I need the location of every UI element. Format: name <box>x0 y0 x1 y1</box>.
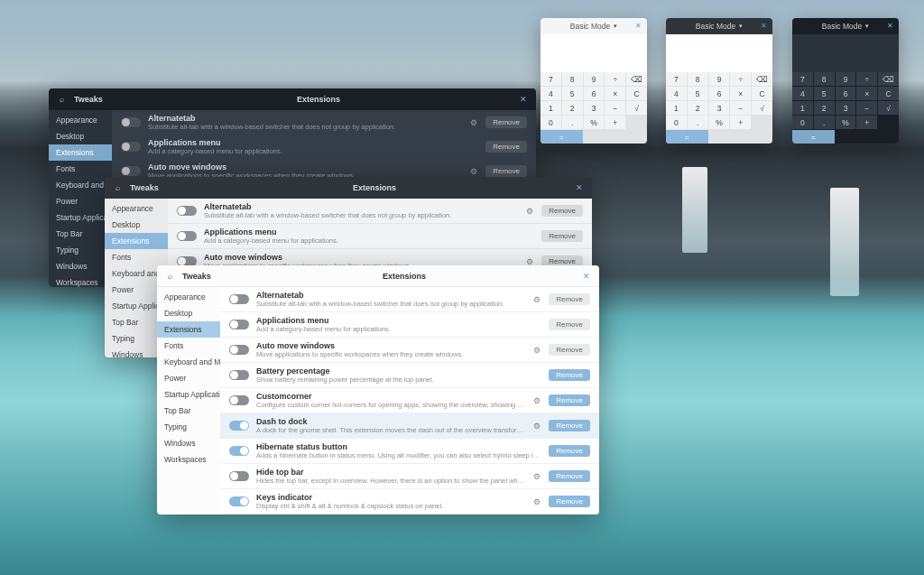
calc-display[interactable] <box>792 34 899 72</box>
calc-key-8[interactable]: 8 <box>688 72 708 86</box>
gear-icon[interactable]: ⚙ <box>469 167 478 176</box>
sidebar-item-appearance[interactable]: Appearance <box>157 289 220 305</box>
sidebar-item-typing[interactable]: Typing <box>49 242 112 258</box>
sidebar-item-fonts[interactable]: Fonts <box>157 338 220 354</box>
calc-key-×[interactable]: × <box>605 87 625 100</box>
remove-button[interactable]: Remove <box>541 230 583 242</box>
remove-button[interactable]: Remove <box>549 293 590 305</box>
remove-button[interactable]: Remove <box>549 420 590 431</box>
calc-key-6[interactable]: 6 <box>709 87 730 100</box>
calc-mode-label[interactable]: Basic Mode <box>570 22 610 31</box>
calc-key-4[interactable]: 4 <box>666 87 687 100</box>
calc-key-5[interactable]: 5 <box>688 87 708 100</box>
sidebar-item-windows[interactable]: Windows <box>157 435 220 451</box>
sidebar-item-extensions[interactable]: Extensions <box>49 144 112 161</box>
calc-key-2[interactable]: 2 <box>562 101 583 115</box>
calc-key-8[interactable]: 8 <box>814 72 835 86</box>
gear-icon[interactable]: ⚙ <box>532 497 541 506</box>
calc-key-C[interactable]: C <box>752 87 772 100</box>
gear-icon[interactable]: ⚙ <box>532 422 541 431</box>
sidebar-item-top-bar[interactable]: Top Bar <box>157 403 220 419</box>
sidebar-item-desktop[interactable]: Desktop <box>157 305 220 321</box>
calc-key-−[interactable]: − <box>730 101 751 115</box>
calc-key-7[interactable]: 7 <box>666 72 687 86</box>
calc-key-÷[interactable]: ÷ <box>730 72 751 86</box>
calc-key-4[interactable]: 4 <box>792 87 813 100</box>
close-icon[interactable]: ✕ <box>887 22 893 30</box>
calc-key-⌫[interactable]: ⌫ <box>878 72 899 86</box>
calc-key-.[interactable]: . <box>562 116 583 129</box>
sidebar-item-appearance[interactable]: Appearance <box>105 200 168 217</box>
calc-key-=[interactable]: = <box>666 130 708 144</box>
calc-key-1[interactable]: 1 <box>541 101 561 115</box>
calc-key-÷[interactable]: ÷ <box>605 72 625 86</box>
calc-key-−[interactable]: − <box>605 101 625 115</box>
gear-icon[interactable]: ⚙ <box>532 396 541 405</box>
calc-key-3[interactable]: 3 <box>584 101 605 115</box>
calc-key-√[interactable]: √ <box>752 101 772 115</box>
sidebar-item-fonts[interactable]: Fonts <box>105 249 168 265</box>
remove-button[interactable]: Remove <box>549 394 590 406</box>
calc-key-6[interactable]: 6 <box>836 87 856 100</box>
calc-key-+[interactable]: + <box>605 116 625 129</box>
calc-mode-label[interactable]: Basic Mode <box>696 22 735 31</box>
calc-key-9[interactable]: 9 <box>709 72 730 86</box>
remove-button[interactable]: Remove <box>485 141 527 153</box>
toggle-switch[interactable] <box>229 471 249 481</box>
sidebar-item-extensions[interactable]: Extensions <box>157 321 220 338</box>
toggle-switch[interactable] <box>229 421 249 431</box>
calc-key-2[interactable]: 2 <box>688 101 708 115</box>
calc-key-⌫[interactable]: ⌫ <box>626 72 647 86</box>
calc-key-7[interactable]: 7 <box>792 72 813 86</box>
calc-key-5[interactable]: 5 <box>562 87 583 100</box>
remove-button[interactable]: Remove <box>549 470 590 482</box>
sidebar-item-windows[interactable]: Windows <box>49 258 112 274</box>
calc-key-3[interactable]: 3 <box>836 101 856 115</box>
sidebar-item-power[interactable]: Power <box>157 370 220 386</box>
calc-key-√[interactable]: √ <box>878 101 899 115</box>
calc-key-÷[interactable]: ÷ <box>856 72 877 86</box>
sidebar-item-desktop[interactable]: Desktop <box>105 217 168 233</box>
toggle-switch[interactable] <box>229 395 249 405</box>
sidebar-item-workspaces[interactable]: Workspaces <box>157 451 220 468</box>
calc-key-.[interactable]: . <box>814 116 835 129</box>
remove-button[interactable]: Remove <box>549 319 590 330</box>
calc-key-%[interactable]: % <box>836 116 856 129</box>
calc-key-0[interactable]: 0 <box>541 116 561 129</box>
calc-key-=[interactable]: = <box>792 130 835 144</box>
calc-key-8[interactable]: 8 <box>562 72 583 86</box>
remove-button[interactable]: Remove <box>549 445 590 457</box>
calc-key-%[interactable]: % <box>584 116 605 129</box>
calc-key-1[interactable]: 1 <box>666 101 687 115</box>
search-icon[interactable]: ⌕ <box>164 272 175 281</box>
gear-icon[interactable]: ⚙ <box>525 207 534 216</box>
calc-key-×[interactable]: × <box>730 87 751 100</box>
toggle-switch[interactable] <box>177 231 197 241</box>
calc-key-5[interactable]: 5 <box>814 87 835 100</box>
remove-button[interactable]: Remove <box>485 116 527 128</box>
sidebar-item-power[interactable]: Power <box>49 193 112 209</box>
sidebar-item-workspaces[interactable]: Workspaces <box>49 274 112 287</box>
toggle-switch[interactable] <box>121 166 141 176</box>
toggle-switch[interactable] <box>229 496 249 506</box>
sidebar-item-appearance[interactable]: Appearance <box>49 112 112 128</box>
gear-icon[interactable]: ✕ <box>574 183 585 192</box>
toggle-switch[interactable] <box>177 206 197 216</box>
chevron-down-icon[interactable]: ▾ <box>865 23 869 30</box>
gear-icon[interactable]: ✕ <box>581 272 592 281</box>
sidebar-item-startup-applications[interactable]: Startup Applications <box>49 209 112 226</box>
calc-key-−[interactable]: − <box>856 101 877 115</box>
remove-button[interactable]: Remove <box>549 496 590 507</box>
calc-key-3[interactable]: 3 <box>709 101 730 115</box>
toggle-switch[interactable] <box>229 294 249 304</box>
calc-display[interactable] <box>541 34 647 72</box>
calc-key-C[interactable]: C <box>878 87 899 100</box>
search-icon[interactable]: ⌕ <box>112 183 123 192</box>
calc-key-2[interactable]: 2 <box>814 101 835 115</box>
calc-key-+[interactable]: + <box>730 116 751 129</box>
gear-icon[interactable]: ⚙ <box>532 346 541 355</box>
remove-button[interactable]: Remove <box>541 205 583 217</box>
calc-key-=[interactable]: = <box>541 130 583 144</box>
calc-key-0[interactable]: 0 <box>666 116 687 129</box>
gear-icon[interactable]: ⚙ <box>525 257 534 266</box>
